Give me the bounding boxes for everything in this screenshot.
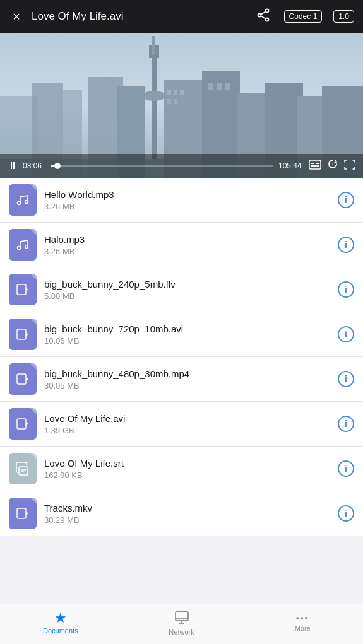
video-file-icon — [9, 408, 37, 440]
svg-point-38 — [25, 245, 28, 249]
time-current: 03:06 — [23, 161, 45, 170]
file-info-button[interactable]: i — [338, 460, 354, 477]
video-player[interactable]: ⏸ 03:06 105:44 1 — [0, 33, 363, 178]
file-name: Halo.mp3 — [44, 233, 338, 246]
file-size: 10.06 MB — [44, 336, 338, 346]
file-name: Hello World.mp3 — [44, 189, 338, 201]
tab-network[interactable]: Network — [121, 610, 242, 638]
svg-rect-17 — [167, 90, 171, 95]
file-info-button[interactable]: i — [338, 281, 354, 298]
svg-line-3 — [261, 11, 266, 15]
video-controls: ⏸ 03:06 105:44 1 — [0, 154, 363, 178]
svg-rect-22 — [208, 83, 213, 90]
file-info-button[interactable]: i — [338, 371, 354, 387]
file-list-item[interactable]: big_buck_bunny_480p_30mb.mp430.05 MBi — [0, 357, 363, 402]
file-size: 1.39 GB — [44, 426, 338, 435]
codec-badge[interactable]: Codec 1 — [284, 10, 323, 23]
svg-rect-47 — [176, 612, 188, 621]
svg-point-10 — [143, 91, 165, 101]
svg-point-36 — [25, 201, 28, 204]
fullscreen-icon[interactable] — [344, 159, 355, 173]
tab-documents-label: Documents — [43, 627, 78, 635]
svg-rect-39 — [17, 284, 26, 295]
svg-rect-31 — [311, 163, 314, 164]
file-list-item[interactable]: Love Of My Life.srt162.90 KBi — [0, 447, 363, 491]
time-total: 105:44 — [278, 161, 304, 170]
file-info: Halo.mp33.26 MB — [44, 233, 338, 257]
file-info: Love Of My Life.avi1.39 GB — [44, 413, 338, 436]
file-size: 30.05 MB — [44, 381, 338, 390]
svg-rect-21 — [174, 99, 177, 104]
file-name: big_buck_bunny_240p_5mb.flv — [44, 278, 338, 291]
file-size: 5.00 MB — [44, 291, 338, 301]
svg-rect-20 — [167, 99, 171, 104]
svg-point-2 — [258, 13, 261, 16]
file-info-button[interactable]: i — [338, 192, 354, 208]
svg-rect-19 — [180, 90, 184, 95]
file-list-item[interactable]: Halo.mp33.26 MBi — [0, 223, 363, 267]
file-size: 3.26 MB — [44, 247, 338, 256]
svg-text:1: 1 — [332, 162, 334, 166]
file-info-button[interactable]: i — [338, 416, 354, 432]
tab-more[interactable]: ••• More — [242, 614, 363, 635]
header-title: Love Of My Life.avi — [32, 10, 249, 23]
subtitle-icon[interactable] — [309, 160, 321, 172]
speed-badge[interactable]: 1.0 — [333, 10, 354, 23]
subtitle-file-icon — [9, 453, 37, 484]
file-name: Love Of My Life.srt — [44, 457, 338, 470]
progress-bar[interactable] — [51, 165, 273, 167]
tab-network-label: Network — [169, 628, 194, 636]
documents-icon: ★ — [54, 611, 67, 625]
more-icon: ••• — [296, 614, 309, 623]
file-info-button[interactable]: i — [338, 237, 354, 253]
file-size: 162.90 KB — [44, 471, 338, 480]
progress-thumb — [54, 163, 61, 169]
video-file-icon — [9, 274, 37, 305]
file-info: big_buck_bunny_480p_30mb.mp430.05 MB — [44, 368, 338, 391]
svg-rect-23 — [217, 83, 222, 90]
file-list-item[interactable]: big_buck_bunny_720p_10mb.avi10.06 MBi — [0, 312, 363, 357]
file-name: big_buck_bunny_720p_10mb.avi — [44, 323, 338, 336]
file-size: 3.26 MB — [44, 202, 338, 211]
svg-rect-40 — [17, 329, 26, 339]
svg-point-35 — [18, 202, 21, 205]
tab-more-label: More — [295, 624, 311, 632]
file-info: big_buck_bunny_240p_5mb.flv5.00 MB — [44, 278, 338, 302]
file-list-item[interactable]: big_buck_bunny_240p_5mb.flv5.00 MBi — [0, 267, 363, 312]
replay-icon[interactable]: 1 — [326, 158, 339, 173]
svg-line-4 — [261, 16, 266, 19]
file-name: Love Of My Life.avi — [44, 413, 338, 425]
svg-rect-18 — [174, 90, 177, 95]
file-info-button[interactable]: i — [338, 326, 354, 342]
file-info: Love Of My Life.srt162.90 KB — [44, 457, 338, 481]
tab-documents[interactable]: ★ Documents — [0, 611, 121, 637]
svg-rect-42 — [17, 419, 26, 429]
share-icon[interactable] — [256, 8, 270, 25]
file-name: Tracks.mkv — [44, 502, 338, 515]
file-list-item[interactable]: Tracks.mkv30.29 MBi — [0, 491, 363, 536]
pause-button[interactable]: ⏸ — [8, 160, 18, 172]
close-button[interactable]: × — [9, 9, 24, 24]
file-info: big_buck_bunny_720p_10mb.avi10.06 MB — [44, 323, 338, 346]
svg-point-1 — [265, 18, 268, 21]
video-file-icon — [9, 363, 37, 395]
tab-bar: ★ Documents Network ••• More — [0, 604, 363, 644]
file-list-item[interactable]: Love Of My Life.avi1.39 GBi — [0, 402, 363, 447]
video-file-icon — [9, 498, 37, 529]
svg-rect-33 — [316, 163, 319, 164]
svg-rect-46 — [17, 508, 26, 518]
file-name: big_buck_bunny_480p_30mb.mp4 — [44, 368, 338, 380]
svg-rect-9 — [152, 45, 157, 159]
svg-point-37 — [18, 247, 21, 250]
file-info: Hello World.mp33.26 MB — [44, 189, 338, 212]
audio-file-icon — [9, 184, 37, 216]
file-list-item[interactable]: Hello World.mp33.26 MBi — [0, 178, 363, 223]
file-info: Tracks.mkv30.29 MB — [44, 502, 338, 525]
video-file-icon — [9, 319, 37, 350]
svg-rect-41 — [17, 374, 26, 384]
header: × Love Of My Life.avi Codec 1 1.0 — [0, 0, 363, 33]
svg-rect-12 — [152, 36, 155, 55]
file-info-button[interactable]: i — [338, 505, 354, 522]
svg-rect-32 — [311, 165, 319, 167]
svg-rect-24 — [225, 83, 230, 90]
